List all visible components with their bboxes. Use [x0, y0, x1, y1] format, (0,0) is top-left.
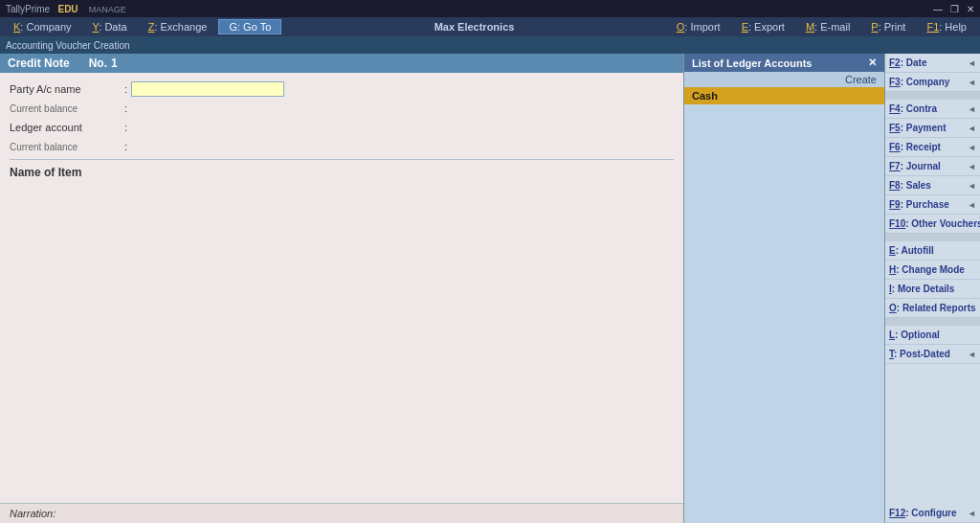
title-bar: TallyPrime EDU MANAGE — ❐ ✕ — [0, 0, 980, 17]
shortcut-f8-sales[interactable]: F8: Sales ◄ — [885, 176, 980, 195]
narration-bar: Narration: — [0, 503, 683, 523]
form-separator — [10, 159, 674, 160]
shortcut-f9-purchase[interactable]: F9: Purchase ◄ — [885, 195, 980, 215]
shortcut-h-changemode[interactable]: H: Change Mode — [885, 261, 980, 280]
form-title: Credit Note — [8, 57, 70, 70]
menu-help[interactable]: F1: Help — [917, 19, 976, 34]
shortcut-f2-date[interactable]: F2: Date ◄ — [885, 54, 980, 73]
close-button[interactable]: ✕ — [967, 4, 974, 14]
current-balance-2-row: Current balance : — [10, 138, 674, 155]
shortcut-l-optional[interactable]: L: Optional — [885, 326, 980, 345]
doc-number-value: 1 — [111, 57, 118, 70]
breadcrumb: Accounting Voucher Creation — [6, 40, 130, 51]
ledger-item-cash[interactable]: Cash — [684, 87, 884, 104]
minimize-button[interactable]: — — [933, 4, 943, 14]
party-ac-row: Party A/c name : — [10, 80, 674, 98]
company-name: Max Electronics — [434, 21, 515, 33]
menu-email[interactable]: M: E-mail — [796, 19, 859, 34]
ledger-account-row: Ledger account : — [10, 119, 674, 136]
name-of-item-label: Name of Item — [10, 166, 124, 179]
shortcut-f4-contra[interactable]: F4: Contra ◄ — [885, 100, 980, 119]
main-layout: Credit Note No. 1 Party A/c name : Curre… — [0, 54, 980, 523]
party-ac-label: Party A/c name — [10, 83, 124, 95]
restore-button[interactable]: ❐ — [950, 4, 959, 14]
narration-label: Narration: — [10, 508, 56, 519]
shortcut-f10-other[interactable]: F10: Other Vouchers ◄ — [885, 215, 980, 234]
shortcut-sep-1 — [885, 92, 980, 100]
menu-export[interactable]: E: Export — [732, 19, 794, 34]
ledger-list: Cash — [684, 87, 884, 523]
window-controls: — ❐ ✕ — [933, 4, 974, 14]
form-header: Credit Note No. 1 — [0, 54, 683, 73]
doc-number-area: No. 1 — [89, 57, 118, 70]
menu-goto[interactable]: G: Go To — [218, 19, 281, 34]
party-ac-input[interactable] — [131, 81, 284, 97]
shortcut-sep-2 — [885, 234, 980, 241]
ledger-close-button[interactable]: ✕ — [868, 57, 877, 69]
current-balance-2-label: Current balance — [10, 142, 124, 152]
menu-print[interactable]: P: Print — [861, 19, 915, 34]
menu-bar: K: Company Y: Data Z: Exchange G: Go To … — [0, 17, 980, 36]
shortcut-sep-3 — [885, 318, 980, 326]
current-balance-1-label: Current balance — [10, 103, 124, 114]
shortcut-f3-company[interactable]: F3: Company ◄ — [885, 73, 980, 92]
ledger-create-bar[interactable]: Create — [684, 72, 884, 87]
shortcut-t-postdated[interactable]: T: Post-Dated ◄ — [885, 345, 980, 364]
menu-company[interactable]: K: Company — [4, 19, 81, 34]
name-of-item-row: Name of Item — [10, 164, 674, 181]
shortcuts-panel: F2: Date ◄ F3: Company ◄ F4: Contra ◄ F5… — [884, 54, 980, 523]
form-body: Party A/c name : Current balance : Ledge… — [0, 73, 683, 503]
form-panel: Credit Note No. 1 Party A/c name : Curre… — [0, 54, 683, 523]
current-balance-1-row: Current balance : — [10, 100, 674, 117]
menu-exchange[interactable]: Z: Exchange — [139, 19, 217, 34]
ledger-account-label: Ledger account — [10, 122, 124, 133]
ledger-header: List of Ledger Accounts ✕ — [684, 54, 884, 72]
shortcut-i-moredetails[interactable]: I: More Details — [885, 280, 980, 299]
shortcut-o-relatedreports[interactable]: O: Related Reports — [885, 299, 980, 318]
shortcut-f6-receipt[interactable]: F6: Receipt ◄ — [885, 138, 980, 157]
shortcut-f5-payment[interactable]: F5: Payment ◄ — [885, 119, 980, 138]
app-name: TallyPrime EDU MANAGE — [6, 4, 126, 14]
sub-menu-bar: Accounting Voucher Creation — [0, 36, 980, 54]
shortcut-spacer — [885, 364, 980, 504]
ledger-title: List of Ledger Accounts — [692, 57, 813, 69]
menu-data[interactable]: Y: Data — [83, 19, 137, 34]
ledger-panel: List of Ledger Accounts ✕ Create Cash — [683, 54, 884, 523]
menu-import[interactable]: O: Import — [667, 19, 730, 34]
shortcut-f12-configure[interactable]: F12: Configure ◄ — [885, 504, 980, 523]
shortcut-e-autofill[interactable]: E: Autofill — [885, 241, 980, 261]
shortcut-f7-journal[interactable]: F7: Journal ◄ — [885, 157, 980, 176]
